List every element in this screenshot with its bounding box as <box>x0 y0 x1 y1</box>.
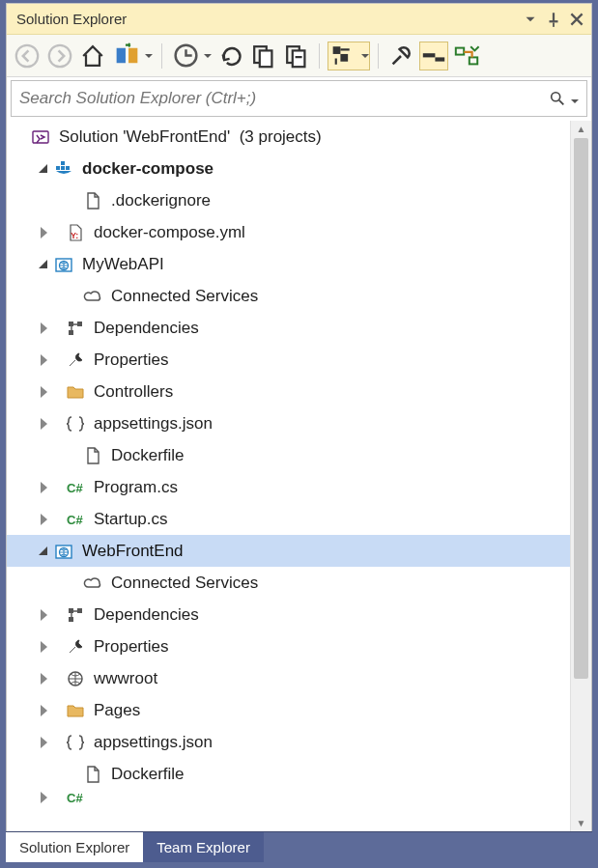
project-mywebapi[interactable]: MyWebAPI <box>7 248 570 280</box>
blank <box>65 574 82 592</box>
csharp-file-icon: C# <box>65 790 86 805</box>
svg-rect-1 <box>550 20 558 22</box>
expand-arrow-icon[interactable] <box>36 734 53 751</box>
back-button[interactable] <box>13 42 42 70</box>
tab-team-explorer[interactable]: Team Explorer <box>143 832 264 862</box>
expand-arrow-icon[interactable] <box>36 256 53 273</box>
file-appsettings-json[interactable]: appsettings.json <box>7 407 570 439</box>
expand-arrow-icon[interactable] <box>36 160 53 178</box>
project-webfrontend[interactable]: WebFrontEnd <box>7 535 570 567</box>
expand-arrow-icon[interactable] <box>36 351 53 369</box>
expand-arrow-icon[interactable] <box>36 702 53 719</box>
web-project-icon <box>53 541 74 562</box>
svg-rect-36 <box>77 608 82 613</box>
file-appsettings-json[interactable]: appsettings.json <box>7 726 570 758</box>
svg-rect-24 <box>66 166 70 170</box>
tree-view[interactable]: Solution 'WebFrontEnd' (3 projects) dock… <box>7 121 570 831</box>
svg-rect-28 <box>69 322 73 326</box>
forward-button[interactable] <box>45 42 74 70</box>
tree-label: Dockerfile <box>111 446 185 465</box>
panel-titlebar[interactable]: Solution Explorer <box>7 4 591 35</box>
vertical-scrollbar[interactable]: ▲ ▼ <box>570 121 591 831</box>
wrench-icon <box>65 636 86 658</box>
svg-rect-11 <box>293 50 305 67</box>
expand-arrow-icon[interactable] <box>36 224 53 241</box>
dependencies-icon <box>65 604 86 626</box>
scroll-up-icon[interactable]: ▲ <box>571 121 591 137</box>
node-dependencies[interactable]: Dependencies <box>7 599 570 630</box>
solution-node[interactable]: Solution 'WebFrontEnd' (3 projects) <box>7 121 570 153</box>
pin-icon[interactable] <box>545 11 562 28</box>
folder-icon <box>65 381 86 403</box>
svg-rect-23 <box>61 161 65 165</box>
toolbar <box>7 35 591 77</box>
svg-point-3 <box>16 44 38 66</box>
expand-arrow-icon[interactable] <box>36 415 53 433</box>
file-startup-cs[interactable]: C# Startup.cs <box>7 503 570 535</box>
file-dockerfile[interactable]: Dockerfile <box>7 758 570 790</box>
svg-rect-6 <box>128 48 137 64</box>
blank <box>65 447 82 464</box>
pending-changes-filter-dropdown[interactable] <box>170 42 213 70</box>
close-icon[interactable] <box>568 11 585 28</box>
tree-label: appsettings.json <box>94 414 213 434</box>
file-icon <box>82 445 103 466</box>
file-dockerignore[interactable]: .dockerignore <box>7 184 570 216</box>
properties-button[interactable] <box>386 42 415 70</box>
yaml-file-icon: Y: <box>65 222 86 243</box>
folder-pages[interactable]: Pages <box>7 694 570 726</box>
node-dependencies[interactable]: Dependencies <box>7 312 570 344</box>
window-position-dropdown-icon[interactable] <box>522 11 539 28</box>
tree-label: Startup.cs <box>94 510 168 529</box>
expand-arrow-icon[interactable] <box>36 638 53 656</box>
node-connected-services[interactable]: Connected Services <box>7 567 570 599</box>
expand-arrow-icon[interactable] <box>36 320 53 337</box>
csharp-file-icon: C# <box>65 477 86 498</box>
sync-active-document-button[interactable] <box>216 42 245 70</box>
json-file-icon <box>65 413 86 434</box>
json-file-icon <box>65 732 86 753</box>
search-input[interactable] <box>19 89 545 108</box>
file-program-cs[interactable]: C# Program.cs <box>7 471 570 503</box>
svg-rect-12 <box>296 56 302 58</box>
cloud-icon <box>82 286 103 307</box>
node-properties[interactable]: Properties <box>7 344 570 376</box>
collapse-all-button[interactable] <box>282 42 311 70</box>
file-dockerfile[interactable]: Dockerfile <box>7 439 570 471</box>
folder-controllers[interactable]: Controllers <box>7 376 570 407</box>
expand-arrow-icon[interactable] <box>36 383 53 401</box>
node-properties[interactable]: Properties <box>7 630 570 662</box>
scroll-down-icon[interactable]: ▼ <box>571 815 591 831</box>
tab-solution-explorer[interactable]: Solution Explorer <box>6 832 143 862</box>
home-button[interactable] <box>78 42 107 70</box>
expand-arrow-icon[interactable] <box>36 790 53 805</box>
blank <box>13 128 30 146</box>
search-button[interactable] <box>545 90 583 107</box>
toolbar-separator <box>161 43 162 69</box>
search-bar[interactable] <box>11 80 587 117</box>
tree-label: Pages <box>94 701 140 720</box>
preview-selected-items-button[interactable] <box>419 42 448 70</box>
expand-arrow-icon[interactable] <box>36 511 53 528</box>
file-docker-compose-yml[interactable]: Y: docker-compose.yml <box>7 216 570 248</box>
folder-wwwroot[interactable]: wwwroot <box>7 662 570 694</box>
refresh-button[interactable] <box>249 42 278 70</box>
svg-text:C#: C# <box>67 513 83 527</box>
titlebar-buttons <box>522 11 585 28</box>
node-connected-services[interactable]: Connected Services <box>7 280 570 312</box>
expand-arrow-icon[interactable] <box>36 606 53 624</box>
switch-views-dropdown[interactable] <box>111 42 154 70</box>
blank <box>65 288 82 305</box>
expand-arrow-icon[interactable] <box>36 479 53 496</box>
expand-arrow-icon[interactable] <box>36 670 53 687</box>
view-class-diagram-button[interactable] <box>452 42 481 70</box>
file-partial-cutoff[interactable]: C# <box>7 790 570 805</box>
expand-arrow-icon[interactable] <box>36 543 53 560</box>
svg-rect-30 <box>69 330 73 335</box>
show-all-files-dropdown[interactable] <box>327 42 370 70</box>
tree-label: Connected Services <box>111 574 258 593</box>
wrench-icon <box>65 350 86 371</box>
scroll-thumb[interactable] <box>574 138 588 679</box>
svg-rect-14 <box>340 54 348 62</box>
project-docker-compose[interactable]: docker-compose <box>7 153 570 184</box>
